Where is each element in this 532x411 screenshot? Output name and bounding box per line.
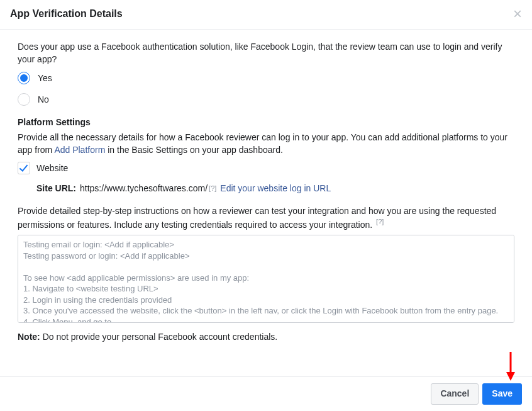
instructions-label-text: Provide detailed step-by-step instructio… <box>18 206 496 230</box>
help-icon[interactable]: [?] <box>376 218 384 225</box>
radio-yes-label: Yes <box>38 73 52 83</box>
auth-question: Does your app use a Facebook authenticat… <box>18 41 514 65</box>
radio-no-label: No <box>38 94 49 104</box>
radio-circle-icon <box>18 93 30 106</box>
dialog-title: App Verification Details <box>10 8 123 20</box>
close-icon[interactable]: × <box>513 6 522 21</box>
radio-circle-icon <box>18 72 30 84</box>
save-button[interactable]: Save <box>482 383 522 405</box>
platform-settings-heading: Platform Settings <box>18 117 514 127</box>
dialog-header: App Verification Details × <box>0 0 532 30</box>
note-label: Note: <box>18 332 40 342</box>
site-url-row: Site URL: https://www.tychesoftwares.com… <box>36 183 514 193</box>
website-checkbox[interactable] <box>18 162 30 174</box>
note-row: Note: Do not provide your personal Faceb… <box>18 332 514 342</box>
website-checkbox-row: Website <box>18 162 514 174</box>
cancel-button[interactable]: Cancel <box>431 383 479 405</box>
site-url-label: Site URL: <box>36 183 76 193</box>
auth-radio-group: Yes No <box>18 72 514 106</box>
instructions-label: Provide detailed step-by-step instructio… <box>18 205 514 231</box>
radio-no[interactable]: No <box>18 93 514 106</box>
note-text: Do not provide your personal Facebook ac… <box>40 332 277 342</box>
platform-desc-post: in the Basic Settings on your app dashbo… <box>105 145 283 155</box>
radio-yes[interactable]: Yes <box>18 72 514 84</box>
edit-website-url-link[interactable]: Edit your website log in URL <box>220 183 331 193</box>
platform-settings-description: Provide all the necessary details for ho… <box>18 131 514 157</box>
dialog-content: Does your app use a Facebook authenticat… <box>0 30 532 348</box>
instructions-textarea[interactable]: Testing email or login: <Add if applicab… <box>18 235 514 323</box>
website-checkbox-label: Website <box>36 163 68 173</box>
help-icon[interactable]: [?] <box>209 184 216 192</box>
site-url-value: https://www.tychesoftwares.com/ <box>80 183 208 193</box>
instructions-textarea-content: Testing email or login: <Add if applicab… <box>23 239 509 323</box>
add-platform-link[interactable]: Add Platform <box>54 145 105 155</box>
dialog-footer: Cancel Save <box>0 376 532 411</box>
